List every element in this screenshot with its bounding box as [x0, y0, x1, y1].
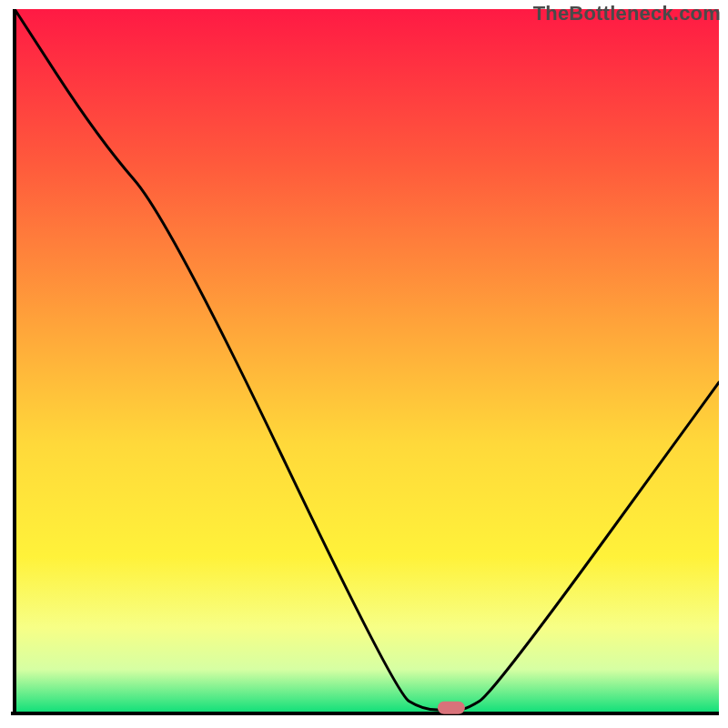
optimal-marker [438, 702, 465, 714]
gradient-background [15, 9, 719, 712]
plot-area [9, 9, 719, 719]
chart-container: TheBottleneck.com [0, 0, 728, 728]
chart-svg [9, 9, 719, 719]
watermark-text: TheBottleneck.com [533, 2, 721, 25]
